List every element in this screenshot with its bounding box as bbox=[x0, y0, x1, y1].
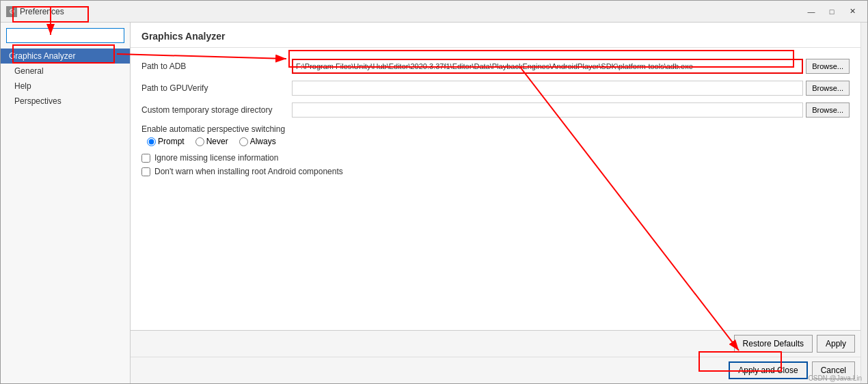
search-box[interactable] bbox=[6, 28, 124, 43]
custom-storage-label: Custom temporary storage directory bbox=[141, 105, 292, 115]
browse-adb-button[interactable]: Browse... bbox=[806, 59, 850, 74]
ignore-license-checkbox[interactable] bbox=[141, 154, 150, 163]
bottom-bar: Restore Defaults Apply Apply and Close C… bbox=[131, 330, 860, 383]
apply-button[interactable]: Apply bbox=[817, 335, 855, 353]
preferences-window: ⚙ Preferences — □ ✕ Graphics Analyzer Ge… bbox=[0, 0, 868, 384]
path-gpuverify-row: Path to GPUVerify Browse... bbox=[141, 81, 850, 96]
maximize-button[interactable]: □ bbox=[822, 5, 841, 18]
dont-warn-checkbox[interactable] bbox=[141, 167, 150, 176]
panel-title: Graphics Analyzer bbox=[131, 23, 860, 48]
right-panel: Graphics Analyzer Path to ADB Browse... … bbox=[131, 23, 860, 383]
radio-group: Prompt Never Always bbox=[141, 137, 850, 146]
vertical-scrollbar[interactable] bbox=[860, 23, 867, 383]
path-gpuverify-label: Path to GPUVerify bbox=[141, 83, 292, 93]
sidebar-item-general[interactable]: General bbox=[1, 64, 130, 79]
path-gpuverify-input[interactable] bbox=[292, 81, 803, 96]
custom-storage-row: Custom temporary storage directory Brows… bbox=[141, 102, 850, 118]
dont-warn-label: Don't warn when installing root Android … bbox=[154, 167, 343, 176]
panel-content: Path to ADB Browse... Path to GPUVerify … bbox=[131, 48, 860, 330]
window-icon: ⚙ bbox=[6, 6, 17, 17]
sidebar-item-graphics-analyzer[interactable]: Graphics Analyzer bbox=[1, 49, 130, 64]
path-adb-input[interactable] bbox=[292, 59, 803, 74]
ignore-license-label: Ignore missing license information bbox=[154, 153, 278, 163]
perspective-section: Enable automatic perspective switching P… bbox=[141, 124, 850, 146]
radio-prompt-input[interactable] bbox=[147, 137, 156, 146]
bottom-bar-top: Restore Defaults Apply bbox=[131, 331, 860, 357]
watermark: CSDN @Java.Lin bbox=[808, 374, 862, 382]
radio-always-input[interactable] bbox=[239, 137, 248, 146]
sidebar-item-help[interactable]: Help bbox=[1, 79, 130, 94]
restore-defaults-button[interactable]: Restore Defaults bbox=[734, 335, 813, 353]
radio-never[interactable]: Never bbox=[195, 137, 228, 146]
main-area: Graphics Analyzer General Help Perspecti… bbox=[1, 23, 867, 383]
sidebar: Graphics Analyzer General Help Perspecti… bbox=[1, 23, 131, 383]
radio-prompt[interactable]: Prompt bbox=[147, 137, 185, 146]
radio-always[interactable]: Always bbox=[239, 137, 276, 146]
close-button[interactable]: ✕ bbox=[843, 5, 862, 18]
perspective-label: Enable automatic perspective switching bbox=[141, 124, 850, 134]
radio-never-input[interactable] bbox=[195, 137, 204, 146]
window-title: Preferences bbox=[20, 7, 64, 16]
search-input[interactable] bbox=[7, 31, 124, 40]
apply-and-close-button[interactable]: Apply and Close bbox=[729, 361, 807, 379]
sidebar-item-perspectives[interactable]: Perspectives bbox=[1, 94, 130, 109]
checkbox-dont-warn: Don't warn when installing root Android … bbox=[141, 167, 850, 176]
browse-storage-button[interactable]: Browse... bbox=[806, 102, 850, 118]
minimize-button[interactable]: — bbox=[802, 5, 821, 18]
title-bar-controls: — □ ✕ bbox=[802, 5, 862, 18]
title-bar: ⚙ Preferences — □ ✕ bbox=[1, 1, 867, 23]
checkbox-ignore-license: Ignore missing license information bbox=[141, 153, 850, 163]
title-bar-left: ⚙ Preferences bbox=[6, 6, 64, 17]
browse-gpuverify-button[interactable]: Browse... bbox=[806, 81, 850, 96]
path-adb-label: Path to ADB bbox=[141, 61, 292, 71]
custom-storage-input[interactable] bbox=[292, 102, 803, 118]
bottom-bar-bottom: Apply and Close Cancel bbox=[131, 357, 860, 383]
path-adb-row: Path to ADB Browse... bbox=[141, 59, 850, 74]
